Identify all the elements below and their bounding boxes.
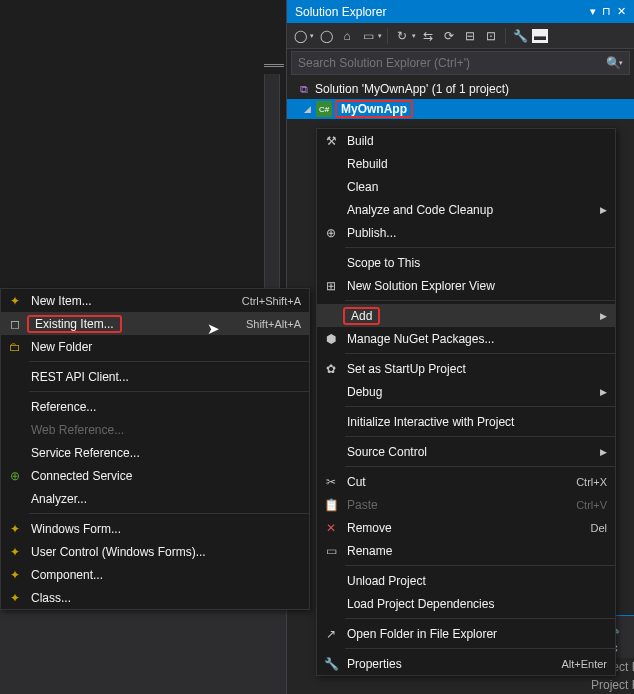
menu-analyze[interactable]: Analyze and Code Cleanup▶ bbox=[317, 198, 615, 221]
menu-source-control[interactable]: Source Control▶ bbox=[317, 440, 615, 463]
existing-item-icon: ◻ bbox=[5, 317, 25, 331]
show-all-icon[interactable]: ⊡ bbox=[482, 27, 500, 45]
dropdown-icon[interactable]: ▾ bbox=[590, 5, 596, 18]
menu-clean[interactable]: Clean bbox=[317, 175, 615, 198]
publish-icon: ⊕ bbox=[321, 226, 341, 240]
menu-open-folder[interactable]: ↗Open Folder in File Explorer bbox=[317, 622, 615, 645]
menu-publish[interactable]: ⊕Publish... bbox=[317, 221, 615, 244]
property-key: Project Folder bbox=[573, 678, 634, 692]
menu-rest-client[interactable]: REST API Client... bbox=[1, 365, 309, 388]
new-item-icon: ✦ bbox=[5, 294, 25, 308]
folder-icon: ↗ bbox=[321, 627, 341, 641]
nuget-icon: ⬢ bbox=[321, 332, 341, 346]
user-control-icon: ✦ bbox=[5, 545, 25, 559]
panel-titlebar[interactable]: Solution Explorer ▾ ⊓ ✕ bbox=[287, 0, 634, 23]
menu-separator bbox=[345, 466, 615, 467]
preview-icon[interactable]: ▬ bbox=[532, 29, 548, 43]
collapse-all-icon[interactable]: ⊟ bbox=[461, 27, 479, 45]
startup-icon: ✿ bbox=[321, 362, 341, 376]
project-context-menu: ⚒Build Rebuild Clean Analyze and Code Cl… bbox=[316, 128, 616, 676]
paste-icon: 📋 bbox=[321, 498, 341, 512]
class-icon: ✦ bbox=[5, 591, 25, 605]
menu-separator bbox=[345, 648, 615, 649]
menu-separator bbox=[29, 391, 309, 392]
solution-node[interactable]: ⧉ Solution 'MyOwnApp' (1 of 1 project) bbox=[287, 79, 634, 99]
switch-views-icon[interactable]: ▭ bbox=[359, 27, 377, 45]
pin-icon[interactable]: ⊓ bbox=[602, 5, 611, 18]
highlight-box: Existing Item... bbox=[27, 315, 122, 333]
menu-separator bbox=[345, 247, 615, 248]
menu-new-explorer[interactable]: ⊞New Solution Explorer View bbox=[317, 274, 615, 297]
search-input[interactable] bbox=[298, 56, 606, 70]
rename-icon: ▭ bbox=[321, 544, 341, 558]
menu-separator bbox=[29, 361, 309, 362]
menu-windows-form[interactable]: ✦Windows Form... bbox=[1, 517, 309, 540]
submenu-arrow-icon: ▶ bbox=[600, 447, 607, 457]
menu-separator bbox=[345, 353, 615, 354]
menu-connected-service[interactable]: ⊕Connected Service bbox=[1, 464, 309, 487]
menu-add[interactable]: Add▶ bbox=[317, 304, 615, 327]
scrollbar-vertical[interactable] bbox=[264, 74, 280, 288]
menu-separator bbox=[345, 436, 615, 437]
splitter-handle[interactable] bbox=[264, 59, 284, 71]
menu-component[interactable]: ✦Component... bbox=[1, 563, 309, 586]
remove-icon: ✕ bbox=[321, 521, 341, 535]
menu-service-reference[interactable]: Service Reference... bbox=[1, 441, 309, 464]
editor-background bbox=[0, 0, 286, 288]
menu-class[interactable]: ✦Class... bbox=[1, 586, 309, 609]
solution-label: Solution 'MyOwnApp' (1 of 1 project) bbox=[315, 82, 509, 96]
search-box[interactable]: 🔍▾ bbox=[291, 51, 630, 75]
menu-separator bbox=[345, 300, 615, 301]
refresh-icon[interactable]: ⟳ bbox=[440, 27, 458, 45]
new-folder-icon: 🗀 bbox=[5, 340, 25, 354]
highlight-box: MyOwnApp bbox=[335, 100, 413, 118]
pending-changes-icon[interactable]: ↻ bbox=[393, 27, 411, 45]
highlight-box: Add bbox=[343, 307, 380, 325]
menu-paste: 📋PasteCtrl+V bbox=[317, 493, 615, 516]
menu-properties[interactable]: 🔧PropertiesAlt+Enter bbox=[317, 652, 615, 675]
menu-debug[interactable]: Debug▶ bbox=[317, 380, 615, 403]
connected-service-icon: ⊕ bbox=[5, 469, 25, 483]
menu-cut[interactable]: ✂CutCtrl+X bbox=[317, 470, 615, 493]
menu-remove[interactable]: ✕RemoveDel bbox=[317, 516, 615, 539]
submenu-arrow-icon: ▶ bbox=[600, 311, 607, 321]
project-node[interactable]: ◢ C# MyOwnApp bbox=[287, 99, 634, 119]
add-submenu: ✦New Item...Ctrl+Shift+A ◻Existing Item.… bbox=[0, 288, 310, 610]
menu-reference[interactable]: Reference... bbox=[1, 395, 309, 418]
menu-new-folder[interactable]: 🗀New Folder bbox=[1, 335, 309, 358]
menu-separator bbox=[345, 618, 615, 619]
component-icon: ✦ bbox=[5, 568, 25, 582]
menu-separator bbox=[345, 565, 615, 566]
new-window-icon: ⊞ bbox=[321, 279, 341, 293]
form-icon: ✦ bbox=[5, 522, 25, 536]
sync-icon[interactable]: ⇆ bbox=[419, 27, 437, 45]
property-row[interactable]: Project Folder C:\Users\izaragozi\Downlo… bbox=[573, 676, 634, 694]
build-icon: ⚒ bbox=[321, 134, 341, 148]
home-icon[interactable]: ⌂ bbox=[338, 27, 356, 45]
solution-icon: ⧉ bbox=[296, 81, 312, 97]
menu-web-reference: Web Reference... bbox=[1, 418, 309, 441]
menu-nuget[interactable]: ⬢Manage NuGet Packages... bbox=[317, 327, 615, 350]
expand-toggle[interactable]: ◢ bbox=[301, 104, 313, 114]
menu-interactive[interactable]: Initialize Interactive with Project bbox=[317, 410, 615, 433]
menu-build[interactable]: ⚒Build bbox=[317, 129, 615, 152]
back-icon[interactable]: ◯ bbox=[291, 27, 309, 45]
menu-rebuild[interactable]: Rebuild bbox=[317, 152, 615, 175]
menu-scope[interactable]: Scope to This bbox=[317, 251, 615, 274]
forward-icon[interactable]: ◯ bbox=[317, 27, 335, 45]
submenu-arrow-icon: ▶ bbox=[600, 205, 607, 215]
submenu-arrow-icon: ▶ bbox=[600, 387, 607, 397]
menu-analyzer[interactable]: Analyzer... bbox=[1, 487, 309, 510]
menu-unload[interactable]: Unload Project bbox=[317, 569, 615, 592]
menu-rename[interactable]: ▭Rename bbox=[317, 539, 615, 562]
menu-user-control[interactable]: ✦User Control (Windows Forms)... bbox=[1, 540, 309, 563]
menu-existing-item[interactable]: ◻Existing Item...Shift+Alt+A bbox=[1, 312, 309, 335]
close-icon[interactable]: ✕ bbox=[617, 5, 626, 18]
solution-tree: ⧉ Solution 'MyOwnApp' (1 of 1 project) ◢… bbox=[287, 77, 634, 121]
properties-icon[interactable]: 🔧 bbox=[511, 27, 529, 45]
menu-new-item[interactable]: ✦New Item...Ctrl+Shift+A bbox=[1, 289, 309, 312]
menu-load-deps[interactable]: Load Project Dependencies bbox=[317, 592, 615, 615]
explorer-toolbar: ◯▾ ◯ ⌂ ▭▾ ↻▾ ⇆ ⟳ ⊟ ⊡ 🔧 ▬ bbox=[287, 23, 634, 49]
menu-separator bbox=[345, 406, 615, 407]
menu-startup[interactable]: ✿Set as StartUp Project bbox=[317, 357, 615, 380]
